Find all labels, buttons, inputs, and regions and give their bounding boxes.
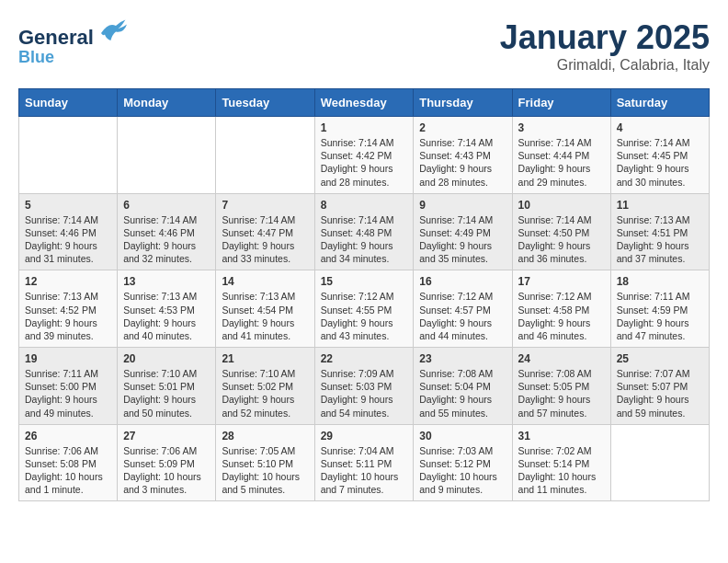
day-number: 26 <box>25 430 111 442</box>
day-info: Sunrise: 7:14 AM Sunset: 4:42 PM Dayligh… <box>321 136 408 189</box>
calendar-cell: 31Sunrise: 7:02 AM Sunset: 5:14 PM Dayli… <box>512 424 610 501</box>
day-info: Sunrise: 7:14 AM Sunset: 4:44 PM Dayligh… <box>518 136 605 189</box>
calendar-cell: 27Sunrise: 7:06 AM Sunset: 5:09 PM Dayli… <box>118 424 216 501</box>
calendar-cell: 18Sunrise: 7:11 AM Sunset: 4:59 PM Dayli… <box>610 270 709 348</box>
day-info: Sunrise: 7:10 AM Sunset: 5:01 PM Dayligh… <box>123 367 210 419</box>
calendar-cell: 5Sunrise: 7:14 AM Sunset: 4:46 PM Daylig… <box>19 193 118 270</box>
weekday-header-saturday: Saturday <box>610 89 709 117</box>
day-info: Sunrise: 7:12 AM Sunset: 4:55 PM Dayligh… <box>321 290 408 342</box>
day-info: Sunrise: 7:08 AM Sunset: 5:05 PM Dayligh… <box>518 367 605 419</box>
calendar-cell: 30Sunrise: 7:03 AM Sunset: 5:12 PM Dayli… <box>414 424 512 501</box>
day-number: 21 <box>222 352 308 365</box>
day-info: Sunrise: 7:11 AM Sunset: 4:59 PM Dayligh… <box>617 290 703 342</box>
title-block: January 2025 Grimaldi, Calabria, Italy <box>500 18 710 74</box>
calendar-cell: 24Sunrise: 7:08 AM Sunset: 5:05 PM Dayli… <box>512 348 610 425</box>
day-number: 24 <box>518 352 605 365</box>
day-info: Sunrise: 7:10 AM Sunset: 5:02 PM Dayligh… <box>222 367 308 419</box>
calendar-cell: 20Sunrise: 7:10 AM Sunset: 5:01 PM Dayli… <box>118 348 216 425</box>
day-info: Sunrise: 7:14 AM Sunset: 4:45 PM Dayligh… <box>617 136 703 189</box>
day-number: 18 <box>617 275 703 288</box>
calendar-week-2: 5Sunrise: 7:14 AM Sunset: 4:46 PM Daylig… <box>19 193 710 270</box>
day-info: Sunrise: 7:12 AM Sunset: 4:58 PM Dayligh… <box>518 290 605 342</box>
calendar-cell: 16Sunrise: 7:12 AM Sunset: 4:57 PM Dayli… <box>414 270 512 348</box>
day-number: 30 <box>419 430 506 442</box>
day-info: Sunrise: 7:08 AM Sunset: 5:04 PM Dayligh… <box>419 367 506 419</box>
weekday-header-thursday: Thursday <box>414 89 512 117</box>
day-number: 4 <box>617 121 703 134</box>
calendar-subtitle: Grimaldi, Calabria, Italy <box>500 57 710 74</box>
day-number: 25 <box>617 352 703 365</box>
weekday-header-tuesday: Tuesday <box>216 89 314 117</box>
calendar-cell: 26Sunrise: 7:06 AM Sunset: 5:08 PM Dayli… <box>19 424 118 501</box>
calendar-cell: 10Sunrise: 7:14 AM Sunset: 4:50 PM Dayli… <box>512 193 610 270</box>
day-info: Sunrise: 7:06 AM Sunset: 5:08 PM Dayligh… <box>25 444 111 497</box>
calendar-cell: 11Sunrise: 7:13 AM Sunset: 4:51 PM Dayli… <box>610 193 709 270</box>
calendar-cell: 3Sunrise: 7:14 AM Sunset: 4:44 PM Daylig… <box>512 117 610 194</box>
day-info: Sunrise: 7:11 AM Sunset: 5:00 PM Dayligh… <box>25 367 111 419</box>
day-info: Sunrise: 7:14 AM Sunset: 4:47 PM Dayligh… <box>222 213 308 266</box>
day-number: 19 <box>25 352 111 365</box>
weekday-header-wednesday: Wednesday <box>314 89 414 117</box>
calendar-cell: 22Sunrise: 7:09 AM Sunset: 5:03 PM Dayli… <box>314 348 414 425</box>
day-number: 7 <box>222 199 308 212</box>
calendar-cell: 12Sunrise: 7:13 AM Sunset: 4:52 PM Dayli… <box>19 270 118 348</box>
day-info: Sunrise: 7:13 AM Sunset: 4:54 PM Dayligh… <box>222 290 308 342</box>
day-info: Sunrise: 7:14 AM Sunset: 4:48 PM Dayligh… <box>321 213 408 266</box>
day-number: 28 <box>222 430 308 442</box>
calendar-cell: 28Sunrise: 7:05 AM Sunset: 5:10 PM Dayli… <box>216 424 314 501</box>
day-number: 5 <box>25 199 111 212</box>
weekday-header-sunday: Sunday <box>19 89 118 117</box>
day-info: Sunrise: 7:07 AM Sunset: 5:07 PM Dayligh… <box>617 367 703 419</box>
calendar-cell: 14Sunrise: 7:13 AM Sunset: 4:54 PM Dayli… <box>216 270 314 348</box>
calendar-title: January 2025 <box>500 18 710 57</box>
day-number: 1 <box>321 121 408 134</box>
day-info: Sunrise: 7:14 AM Sunset: 4:43 PM Dayligh… <box>419 136 506 189</box>
day-info: Sunrise: 7:14 AM Sunset: 4:46 PM Dayligh… <box>123 213 210 266</box>
day-info: Sunrise: 7:02 AM Sunset: 5:14 PM Dayligh… <box>518 444 605 497</box>
day-number: 22 <box>321 352 408 365</box>
calendar-cell: 15Sunrise: 7:12 AM Sunset: 4:55 PM Dayli… <box>314 270 414 348</box>
calendar-week-3: 12Sunrise: 7:13 AM Sunset: 4:52 PM Dayli… <box>19 270 710 348</box>
calendar-table: SundayMondayTuesdayWednesdayThursdayFrid… <box>18 88 710 501</box>
logo-text: General <box>18 18 127 49</box>
day-info: Sunrise: 7:14 AM Sunset: 4:49 PM Dayligh… <box>419 213 506 266</box>
day-number: 2 <box>419 121 506 134</box>
calendar-cell: 21Sunrise: 7:10 AM Sunset: 5:02 PM Dayli… <box>216 348 314 425</box>
day-info: Sunrise: 7:13 AM Sunset: 4:53 PM Dayligh… <box>123 290 210 342</box>
day-info: Sunrise: 7:12 AM Sunset: 4:57 PM Dayligh… <box>419 290 506 342</box>
day-info: Sunrise: 7:13 AM Sunset: 4:52 PM Dayligh… <box>25 290 111 342</box>
weekday-header-monday: Monday <box>118 89 216 117</box>
logo-blue: Blue <box>18 49 127 67</box>
calendar-cell: 4Sunrise: 7:14 AM Sunset: 4:45 PM Daylig… <box>610 117 709 194</box>
calendar-cell: 19Sunrise: 7:11 AM Sunset: 5:00 PM Dayli… <box>19 348 118 425</box>
weekday-header-friday: Friday <box>512 89 610 117</box>
calendar-cell: 25Sunrise: 7:07 AM Sunset: 5:07 PM Dayli… <box>610 348 709 425</box>
day-info: Sunrise: 7:06 AM Sunset: 5:09 PM Dayligh… <box>123 444 210 497</box>
logo: General Blue <box>18 18 127 67</box>
weekday-header-row: SundayMondayTuesdayWednesdayThursdayFrid… <box>19 89 710 117</box>
day-info: Sunrise: 7:09 AM Sunset: 5:03 PM Dayligh… <box>321 367 408 419</box>
logo-bird-icon <box>97 18 127 44</box>
calendar-cell: 17Sunrise: 7:12 AM Sunset: 4:58 PM Dayli… <box>512 270 610 348</box>
calendar-cell: 13Sunrise: 7:13 AM Sunset: 4:53 PM Dayli… <box>118 270 216 348</box>
calendar-cell: 7Sunrise: 7:14 AM Sunset: 4:47 PM Daylig… <box>216 193 314 270</box>
day-number: 13 <box>123 275 210 288</box>
day-info: Sunrise: 7:04 AM Sunset: 5:11 PM Dayligh… <box>321 444 408 497</box>
day-number: 15 <box>321 275 408 288</box>
day-info: Sunrise: 7:13 AM Sunset: 4:51 PM Dayligh… <box>617 213 703 266</box>
calendar-cell: 6Sunrise: 7:14 AM Sunset: 4:46 PM Daylig… <box>118 193 216 270</box>
calendar-cell <box>216 117 314 194</box>
day-info: Sunrise: 7:14 AM Sunset: 4:46 PM Dayligh… <box>25 213 111 266</box>
calendar-week-5: 26Sunrise: 7:06 AM Sunset: 5:08 PM Dayli… <box>19 424 710 501</box>
day-number: 10 <box>518 199 605 212</box>
day-number: 23 <box>419 352 506 365</box>
calendar-cell <box>118 117 216 194</box>
calendar-week-4: 19Sunrise: 7:11 AM Sunset: 5:00 PM Dayli… <box>19 348 710 425</box>
calendar-cell: 1Sunrise: 7:14 AM Sunset: 4:42 PM Daylig… <box>314 117 414 194</box>
day-number: 3 <box>518 121 605 134</box>
calendar-week-1: 1Sunrise: 7:14 AM Sunset: 4:42 PM Daylig… <box>19 117 710 194</box>
calendar-cell: 9Sunrise: 7:14 AM Sunset: 4:49 PM Daylig… <box>414 193 512 270</box>
calendar-cell: 2Sunrise: 7:14 AM Sunset: 4:43 PM Daylig… <box>414 117 512 194</box>
day-number: 20 <box>123 352 210 365</box>
day-number: 12 <box>25 275 111 288</box>
